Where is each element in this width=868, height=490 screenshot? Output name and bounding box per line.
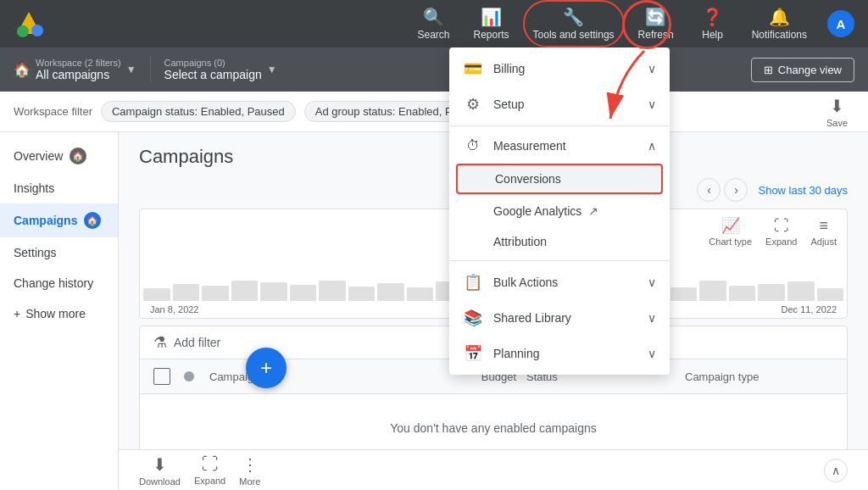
help-nav-label: Help (702, 29, 723, 41)
reports-nav-item[interactable]: 📊 Reports (464, 2, 520, 46)
workspace-label: Workspace (2 filters) (36, 58, 121, 68)
campaign-label: Campaigns (0) (164, 58, 262, 68)
nav-divider (150, 56, 151, 83)
more-icon: ⋮ (242, 454, 259, 475)
chart-bar (377, 283, 404, 301)
top-nav: 🔍 Search 📊 Reports 🔧 Tools and settings … (0, 0, 868, 47)
filter-chip-campaign-status[interactable]: Campaign status: Enabled, Paused (101, 101, 296, 122)
sidebar-item-change-history[interactable]: Change history (0, 268, 118, 298)
collapse-button[interactable]: ∧ (824, 459, 848, 482)
menu-sub-item-conversions[interactable]: Conversions (456, 164, 663, 194)
shared-library-icon: 📚 (463, 309, 483, 327)
download-icon: ⬇ (153, 454, 167, 475)
sidebar-item-campaigns[interactable]: Campaigns 🏠 (0, 203, 118, 237)
th-campaign-type: Campaign type (685, 370, 833, 383)
menu-item-measurement[interactable]: ⏱ Measurement ∧ (449, 130, 670, 162)
chart-type-label: Chart type (709, 237, 752, 247)
fab-create-button[interactable]: + (246, 348, 287, 388)
show-last-label: Show last 30 days (758, 184, 848, 197)
filter-icon: ⚗ (153, 333, 167, 352)
save-icon: ⬇ (830, 96, 844, 116)
notifications-nav-label: Notifications (752, 29, 807, 41)
second-nav: 🏠 Workspace (2 filters) All campaigns ▼ … (0, 47, 868, 92)
filter-bar: Workspace filter Campaign status: Enable… (0, 92, 868, 132)
planning-icon: 📅 (463, 344, 483, 363)
tools-icon: 🔧 (563, 7, 584, 27)
notifications-icon: 🔔 (769, 7, 790, 27)
reports-nav-label: Reports (474, 29, 509, 41)
bulk-actions-chevron-icon: ∨ (648, 276, 656, 289)
conversions-label: Conversions (495, 172, 561, 186)
setup-chevron-icon: ∨ (648, 97, 656, 111)
chart-type-control[interactable]: 📈 Chart type (709, 216, 752, 247)
help-icon: ❓ (702, 7, 723, 27)
search-icon: 🔍 (423, 7, 444, 27)
main-layout: Overview 🏠 Insights Campaigns 🏠 Settings… (0, 132, 868, 490)
next-arrow[interactable]: › (724, 178, 748, 202)
workspace-section[interactable]: 🏠 Workspace (2 filters) All campaigns ▼ (14, 58, 136, 81)
select-all-checkbox[interactable] (153, 368, 170, 385)
setup-label: Setup (493, 97, 637, 111)
chart-bar (231, 281, 259, 302)
notifications-nav-item[interactable]: 🔔 Notifications (742, 2, 817, 46)
settings-label: Settings (14, 246, 57, 259)
chart-expand-control[interactable]: ⛶ Expand (765, 217, 797, 247)
menu-item-setup[interactable]: ⚙ Setup ∨ (449, 86, 670, 122)
expand-action[interactable]: ⛶ Expand (194, 454, 225, 486)
show-last-button[interactable]: Show last 30 days (758, 184, 848, 197)
chart-adjust-control[interactable]: ≡ Adjust (810, 217, 837, 247)
sidebar: Overview 🏠 Insights Campaigns 🏠 Settings… (0, 132, 119, 490)
filter-chip-campaign-label: Campaign status: Enabled, Paused (112, 105, 285, 118)
home-badge-overview: 🏠 (70, 148, 86, 164)
expand-label: Expand (194, 476, 225, 486)
more-action[interactable]: ⋮ More (239, 454, 260, 487)
save-button[interactable]: ⬇ Save (820, 92, 854, 131)
user-avatar[interactable]: A (827, 10, 854, 37)
change-history-label: Change history (14, 276, 93, 290)
chart-bar (407, 287, 434, 301)
search-nav-item[interactable]: 🔍 Search (407, 2, 459, 46)
chart-bar (202, 286, 229, 301)
home-icon: 🏠 (14, 62, 31, 78)
chart-bar (817, 288, 844, 301)
campaign-title: Select a campaign (164, 68, 262, 81)
campaign-chevron-icon: ▼ (267, 64, 277, 75)
campaign-section[interactable]: Campaigns (0) Select a campaign ▼ (164, 58, 277, 81)
menu-item-shared-library[interactable]: 📚 Shared Library ∨ (449, 300, 670, 336)
chart-adjust-label: Adjust (810, 237, 837, 247)
download-action[interactable]: ⬇ Download (139, 454, 181, 487)
sidebar-item-settings[interactable]: Settings (0, 237, 118, 268)
tools-nav-item[interactable]: 🔧 Tools and settings (523, 0, 625, 47)
reports-icon: 📊 (481, 7, 502, 27)
help-nav-item[interactable]: ❓ Help (687, 2, 738, 46)
chart-bar (348, 287, 376, 301)
measurement-chevron-icon: ∧ (648, 139, 656, 153)
search-nav-label: Search (417, 29, 449, 41)
menu-item-billing[interactable]: 💳 Billing ∨ (449, 51, 670, 86)
chart-bar (699, 281, 726, 301)
menu-item-planning[interactable]: 📅 Planning ∨ (449, 336, 670, 371)
home-badge-campaigns: 🏠 (84, 212, 101, 229)
menu-item-bulk-actions[interactable]: 📋 Bulk Actions ∨ (449, 264, 670, 300)
add-filter-button[interactable]: Add filter (174, 336, 220, 349)
refresh-icon: 🔄 (645, 7, 666, 27)
sidebar-item-insights[interactable]: Insights (0, 173, 118, 203)
google-ads-logo (14, 8, 44, 39)
change-view-icon: ⊞ (764, 64, 773, 76)
save-label: Save (826, 118, 848, 128)
workspace-title: All campaigns (36, 68, 121, 81)
plus-icon: + (14, 307, 20, 320)
insights-label: Insights (14, 181, 54, 195)
change-view-button[interactable]: ⊞ Change view (751, 58, 854, 82)
billing-icon: 💳 (463, 59, 483, 78)
sidebar-item-overview[interactable]: Overview 🏠 (0, 139, 118, 173)
menu-sub-item-attribution[interactable]: Attribution (449, 226, 670, 257)
menu-sub-item-google-analytics[interactable]: Google Analytics ↗ (449, 196, 670, 226)
status-circle (184, 371, 194, 381)
prev-arrow[interactable]: ‹ (697, 178, 721, 202)
planning-label: Planning (493, 347, 637, 360)
refresh-nav-item[interactable]: 🔄 Refresh (628, 2, 684, 46)
show-more-button[interactable]: + Show more (0, 298, 118, 329)
bottom-bar: ⬇ Download ⛶ Expand ⋮ More ∧ (119, 449, 868, 490)
chart-type-icon: 📈 (721, 216, 740, 235)
